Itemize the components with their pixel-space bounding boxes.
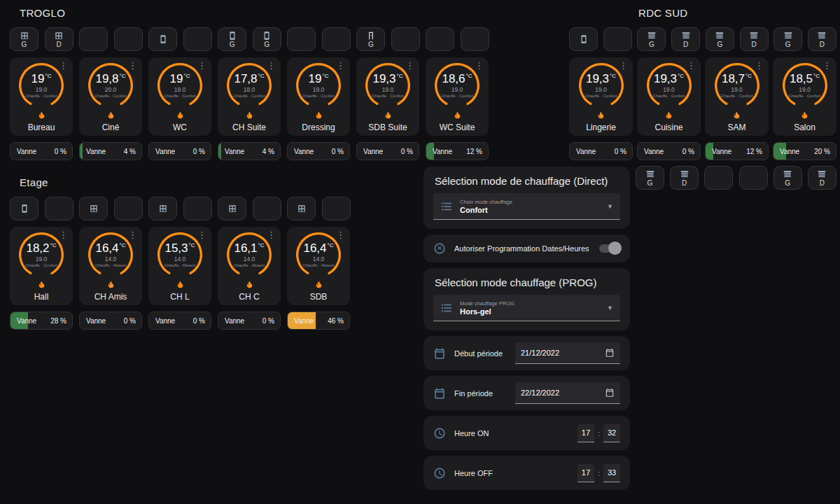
temperature-gauge[interactable]: 19,3°C19.0Chauffe · Confort: [644, 60, 694, 111]
empty-tile[interactable]: [253, 197, 281, 220]
temperature-gauge[interactable]: 17,8°C18.0Chauffe · Confort: [224, 60, 274, 111]
empty-tile[interactable]: [704, 166, 733, 190]
cover-left-button[interactable]: G: [218, 27, 246, 51]
hour-input[interactable]: 17: [578, 464, 594, 482]
empty-tile[interactable]: [183, 197, 212, 220]
temperature-gauge[interactable]: 16,4°C14.0Chauffe · Absent: [293, 230, 344, 280]
valve-bar[interactable]: Vanne12 %: [705, 142, 769, 160]
current-temperature: 19°C: [309, 73, 329, 85]
valve-bar[interactable]: Vanne0 %: [148, 312, 211, 330]
cover-right-button[interactable]: D: [740, 27, 769, 51]
valve-bar[interactable]: Vanne0 %: [356, 142, 419, 160]
temperature-gauge[interactable]: 19,8°C20.0Chauffe · Confort: [85, 60, 136, 111]
temperature-gauge[interactable]: 16,4°C14.0Chauffe · Absent: [85, 230, 136, 280]
phone-button[interactable]: [569, 27, 598, 51]
window-button[interactable]: [79, 197, 108, 220]
cover-right-button[interactable]: D: [808, 166, 836, 190]
empty-tile[interactable]: [603, 27, 632, 51]
mode-prog-select[interactable]: Mode chauffage PROG Hors-gel ▼: [433, 295, 620, 321]
valve-bar[interactable]: Vanne0 %: [79, 312, 142, 330]
thermostat-card[interactable]: ⋮19°C19.0Chauffe · ConfortDressing: [287, 57, 350, 136]
thermostat-card[interactable]: ⋮19,3°C19.0Chauffe · ConfortLingerie: [569, 57, 633, 136]
valve-bar[interactable]: Vanne0 %: [637, 142, 701, 160]
cover-left-button[interactable]: G: [706, 27, 734, 51]
valve-bar[interactable]: Vanne46 %: [287, 312, 350, 330]
empty-tile[interactable]: [287, 27, 316, 51]
temperature-gauge[interactable]: 19,3°C19.0Chauffe · Confort: [576, 60, 626, 111]
mode-direct-select[interactable]: Choix mode chauffage Confort ▼: [433, 193, 620, 220]
valve-bar[interactable]: Vanne0 %: [148, 142, 211, 160]
calendar-picker-icon[interactable]: [605, 388, 615, 398]
empty-tile[interactable]: [391, 27, 420, 51]
thermostat-card[interactable]: ⋮19,8°C20.0Chauffe · ConfortCiné: [79, 57, 142, 136]
cover-right-button[interactable]: D: [671, 27, 700, 51]
thermostat-card[interactable]: ⋮18,2°C19.0Chauffe · ConfortHall: [10, 227, 73, 305]
phone-button[interactable]: [148, 27, 177, 51]
temperature-gauge[interactable]: 18,7°C19.0Chauffe · Confort: [712, 60, 762, 111]
thermostat-card[interactable]: ⋮18,5°C19.0Chauffe · ConfortSalon: [773, 57, 836, 136]
thermostat-card[interactable]: ⋮18,6°C19.0Chauffe · ConfortWC Suite: [426, 57, 489, 136]
cover-left-button[interactable]: G: [636, 166, 664, 190]
minute-input[interactable]: 32: [603, 424, 620, 442]
cover-left-button[interactable]: G: [10, 27, 38, 51]
calendar-picker-icon[interactable]: [605, 348, 615, 358]
hour-input[interactable]: 17: [578, 424, 594, 442]
cover-right-button[interactable]: D: [45, 27, 74, 51]
thermostat-card[interactable]: ⋮16,4°C14.0Chauffe · AbsentSDB: [287, 227, 350, 305]
cover-right-button[interactable]: D: [670, 166, 699, 190]
empty-tile[interactable]: [45, 197, 74, 220]
empty-tile[interactable]: [322, 27, 351, 51]
thermostat-card[interactable]: ⋮19,3°C19.0Chauffe · ConfortSDB Suite: [356, 57, 419, 136]
window-button[interactable]: [287, 197, 316, 220]
temperature-gauge[interactable]: 19°C19.0Chauffe · Confort: [155, 60, 205, 111]
valve-bar[interactable]: Vanne4 %: [218, 142, 281, 160]
cover-left-button[interactable]: G: [356, 27, 385, 51]
temperature-gauge[interactable]: 18,2°C19.0Chauffe · Confort: [16, 230, 66, 280]
toggle-switch[interactable]: [599, 244, 620, 253]
temperature-gauge[interactable]: 15,3°C14.0Chauffe · Absent: [155, 230, 205, 280]
hvac-status: Chauffe · Confort: [441, 94, 473, 98]
valve-bar[interactable]: Vanne0 %: [10, 142, 73, 160]
empty-tile[interactable]: [79, 27, 108, 51]
temperature-gauge[interactable]: 19,3°C19.0Chauffe · Confort: [363, 60, 413, 111]
date-start-input[interactable]: 21/12/2022: [515, 342, 620, 364]
empty-tile[interactable]: [322, 197, 351, 220]
cover-right-button[interactable]: D: [808, 27, 836, 51]
thermostat-card[interactable]: ⋮16,1°C14.0Chauffe · AbsentCH C: [218, 227, 281, 305]
empty-tile[interactable]: [114, 197, 143, 220]
valve-bar[interactable]: Vanne20 %: [773, 142, 836, 160]
thermostat-card[interactable]: ⋮19,3°C19.0Chauffe · ConfortCuisine: [637, 57, 701, 136]
empty-tile[interactable]: [461, 27, 489, 51]
thermostat-card[interactable]: ⋮15,3°C14.0Chauffe · AbsentCH L: [148, 227, 211, 305]
thermostat-card[interactable]: ⋮17,8°C18.0Chauffe · ConfortCH Suite: [218, 57, 281, 136]
temperature-gauge[interactable]: 19°C19.0Chauffe · Confort: [16, 60, 66, 111]
date-end-input[interactable]: 22/12/2022: [515, 382, 620, 404]
window-button[interactable]: [148, 197, 177, 220]
cover-left-button[interactable]: G: [253, 27, 281, 51]
thermostat-card[interactable]: ⋮16,4°C14.0Chauffe · AbsentCH Amis: [79, 227, 142, 305]
current-temperature: 15,3°C: [164, 242, 195, 255]
cover-left-button[interactable]: G: [774, 166, 802, 190]
empty-tile[interactable]: [739, 166, 768, 190]
thermostat-card[interactable]: ⋮18,7°C19.0Chauffe · ConfortSAM: [705, 57, 769, 136]
cover-left-button[interactable]: G: [637, 27, 666, 51]
valve-bar[interactable]: Vanne12 %: [426, 142, 489, 160]
window-button[interactable]: [218, 197, 246, 220]
thermostat-card[interactable]: ⋮19°C19.0Chauffe · ConfortBureau: [10, 57, 73, 136]
phone-button[interactable]: [10, 197, 38, 220]
empty-tile[interactable]: [426, 27, 454, 51]
empty-tile[interactable]: [114, 27, 143, 51]
valve-bar[interactable]: Vanne4 %: [79, 142, 142, 160]
valve-bar[interactable]: Vanne0 %: [218, 312, 281, 330]
minute-input[interactable]: 33: [603, 464, 620, 482]
temperature-gauge[interactable]: 19°C19.0Chauffe · Confort: [293, 60, 344, 111]
valve-bar[interactable]: Vanne0 %: [569, 142, 633, 160]
thermostat-card[interactable]: ⋮19°C19.0Chauffe · ConfortWC: [148, 57, 211, 136]
empty-tile[interactable]: [183, 27, 212, 51]
cover-left-button[interactable]: G: [774, 27, 802, 51]
temperature-gauge[interactable]: 18,6°C19.0Chauffe · Confort: [432, 60, 482, 111]
valve-bar[interactable]: Vanne0 %: [287, 142, 350, 160]
valve-bar[interactable]: Vanne28 %: [10, 312, 73, 330]
temperature-gauge[interactable]: 16,1°C14.0Chauffe · Absent: [224, 230, 274, 280]
temperature-gauge[interactable]: 18,5°C19.0Chauffe · Confort: [780, 60, 830, 111]
